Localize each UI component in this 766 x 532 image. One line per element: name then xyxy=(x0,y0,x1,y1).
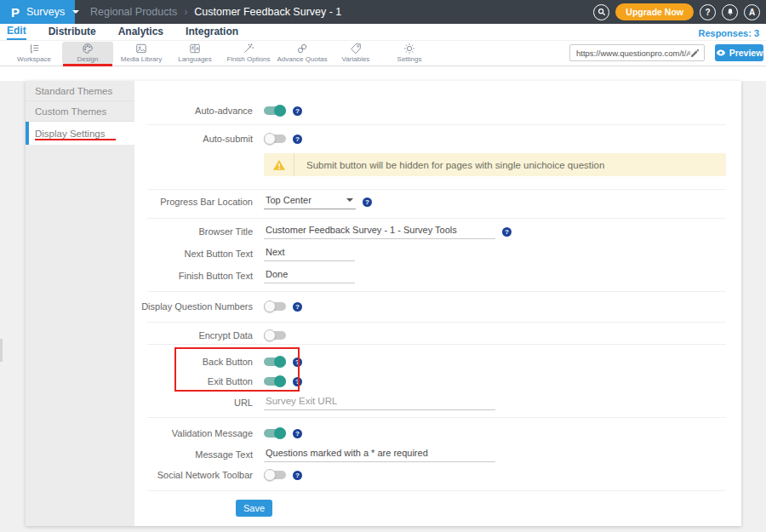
breadcrumb: Regional Products › Customer Feedback Su… xyxy=(90,6,341,18)
setting-label: Message Text xyxy=(134,449,253,460)
breadcrumb-separator: › xyxy=(184,6,187,18)
settings-form: Auto-advance ? Auto-submit ? Submit butt xyxy=(134,81,741,526)
content-area: Standard Themes Custom Themes Display Se… xyxy=(0,81,766,532)
help-icon[interactable]: ? xyxy=(502,227,512,237)
toolbar-item-workspace[interactable]: Workspace xyxy=(9,42,60,64)
selected-option: Top Center xyxy=(266,195,312,205)
back-button-toggle[interactable] xyxy=(264,356,286,368)
breadcrumb-parent[interactable]: Regional Products xyxy=(90,6,177,18)
social-network-toolbar-toggle[interactable] xyxy=(264,469,286,481)
setting-label: Finish Button Text xyxy=(134,271,253,281)
tab-integration[interactable]: Integration xyxy=(186,25,238,39)
search-button[interactable] xyxy=(593,4,609,20)
setting-label: Exit Button xyxy=(134,376,253,386)
preview-label: Preview xyxy=(729,48,763,58)
validation-message-row: Validation Message ? xyxy=(134,421,741,445)
toolbar-label: Workspace xyxy=(17,55,51,63)
browser-title-input[interactable] xyxy=(264,225,495,239)
help-menu-button[interactable]: ? xyxy=(700,4,716,20)
help-icon[interactable]: ? xyxy=(363,197,372,207)
sidebar-item-label: Standard Themes xyxy=(35,86,112,96)
display-settings-panel: Standard Themes Custom Themes Display Se… xyxy=(26,81,741,526)
setting-label: Progress Bar Location xyxy=(134,197,253,207)
bell-icon xyxy=(726,8,735,16)
setting-label: URL xyxy=(134,398,253,408)
setting-label: Encrypt Data xyxy=(134,330,253,340)
divider xyxy=(147,417,726,418)
exit-button-toggle[interactable] xyxy=(264,375,286,387)
account-avatar[interactable]: A xyxy=(744,4,760,20)
divider xyxy=(147,344,726,345)
help-icon[interactable]: ? xyxy=(293,106,302,116)
toolbar-label: Variables xyxy=(342,55,370,63)
encrypt-data-toggle[interactable] xyxy=(264,329,286,341)
upgrade-now-button[interactable]: Upgrade Now xyxy=(615,3,694,20)
surveys-product-menu[interactable]: P Surveys xyxy=(0,0,75,24)
help-icon[interactable]: ? xyxy=(293,377,302,386)
toolbar-label: Advance Quotas xyxy=(277,55,327,63)
finish-button-text-row: Finish Button Text xyxy=(134,264,741,288)
help-icon[interactable]: ? xyxy=(293,471,302,480)
toolbar-item-variables[interactable]: Variables xyxy=(330,42,381,64)
search-icon xyxy=(597,8,606,16)
warning-icon-cell xyxy=(264,153,294,176)
tab-edit[interactable]: Edit xyxy=(7,24,26,40)
display-question-numbers-row: Display Question Numbers ? xyxy=(134,295,741,318)
help-icon[interactable]: ? xyxy=(293,358,302,367)
divider xyxy=(147,322,726,323)
chevron-down-icon xyxy=(346,198,353,202)
help-icon[interactable]: ? xyxy=(293,429,302,438)
progress-bar-location-select[interactable]: Top Center xyxy=(264,195,356,209)
next-button-text-input[interactable] xyxy=(264,247,355,261)
toolbar-item-finish-options[interactable]: Finish Options xyxy=(223,42,274,64)
survey-exit-url-input[interactable] xyxy=(264,396,495,410)
setting-label: Auto-submit xyxy=(134,134,253,144)
toolbar-item-design[interactable]: Design xyxy=(62,42,113,64)
topbar-actions: Upgrade Now ? A xyxy=(593,0,760,24)
tab-analytics[interactable]: Analytics xyxy=(118,25,163,39)
avatar-letter: A xyxy=(749,8,755,17)
save-button[interactable]: Save xyxy=(236,500,272,517)
help-icon[interactable]: ? xyxy=(293,134,302,144)
toolbar-item-advance-quotas[interactable]: Advance Quotas xyxy=(277,42,328,64)
survey-url-input[interactable] xyxy=(576,49,690,58)
toolbar-label: Finish Options xyxy=(226,55,270,63)
setting-label: Auto-advance xyxy=(134,106,253,116)
finish-button-text-input[interactable] xyxy=(264,269,355,283)
tab-distribute[interactable]: Distribute xyxy=(49,25,96,39)
help-icon[interactable]: ? xyxy=(293,302,302,312)
auto-submit-warning: Submit button will be hidden for pages w… xyxy=(264,153,726,176)
edit-pencil-icon[interactable] xyxy=(690,49,700,58)
sidebar-item-display-settings[interactable]: Display Settings xyxy=(26,122,134,145)
divider xyxy=(147,291,726,292)
notifications-button[interactable] xyxy=(722,4,738,20)
auto-advance-row: Auto-advance ? xyxy=(134,99,741,123)
validation-message-toggle[interactable] xyxy=(264,427,286,439)
message-text-input[interactable] xyxy=(264,448,495,462)
divider xyxy=(147,218,726,219)
sidebar-item-custom-themes[interactable]: Custom Themes xyxy=(26,101,134,122)
top-bar: P Surveys Regional Products › Customer F… xyxy=(0,0,766,24)
edit-toolbar: Workspace Design Media Library Languages… xyxy=(0,41,766,66)
toolbar-label: Settings xyxy=(397,55,422,63)
toolbar-item-settings[interactable]: Settings xyxy=(384,42,435,64)
media-library-icon xyxy=(135,43,147,54)
auto-submit-toggle[interactable] xyxy=(264,133,286,145)
social-network-toolbar-row: Social Network Toolbar ? xyxy=(134,463,741,487)
question-mark-icon: ? xyxy=(705,8,710,17)
breadcrumb-current: Customer Feedback Survey - 1 xyxy=(194,6,341,18)
setting-label: Next Button Text xyxy=(134,249,253,259)
auto-submit-row: Auto-submit ? xyxy=(134,127,741,151)
toolbar-item-languages[interactable]: Languages xyxy=(169,42,220,64)
setting-label: Social Network Toolbar xyxy=(134,470,253,480)
display-question-numbers-toggle[interactable] xyxy=(264,300,286,312)
settings-icon xyxy=(403,43,415,54)
design-icon xyxy=(82,43,94,54)
responses-count[interactable]: Responses: 3 xyxy=(698,28,759,38)
preview-button[interactable]: Preview xyxy=(715,44,763,61)
advance-quotas-icon xyxy=(296,43,308,54)
auto-advance-toggle[interactable] xyxy=(264,105,286,117)
sidebar-item-standard-themes[interactable]: Standard Themes xyxy=(26,81,134,101)
next-button-text-row: Next Button Text xyxy=(134,242,741,266)
toolbar-item-media-library[interactable]: Media Library xyxy=(116,42,167,64)
